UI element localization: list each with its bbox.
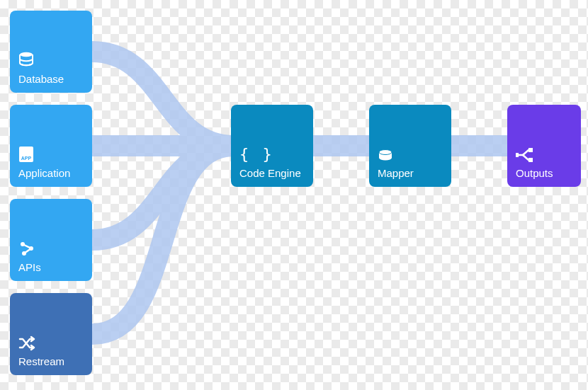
node-mapper-label: Mapper xyxy=(378,167,443,180)
node-code-engine-label: Code Engine xyxy=(239,167,305,180)
branch-icon xyxy=(516,147,534,163)
braces-icon: { } xyxy=(239,145,274,163)
node-restream-label: Restream xyxy=(18,355,84,368)
node-database-label: Database xyxy=(18,73,84,86)
shuffle-icon xyxy=(18,335,37,351)
svg-point-0 xyxy=(20,52,33,57)
node-application[interactable]: APP Application xyxy=(10,105,92,187)
svg-rect-9 xyxy=(528,158,533,162)
svg-rect-10 xyxy=(516,153,519,157)
node-apis[interactable]: APIs xyxy=(10,199,92,281)
node-outputs-label: Outputs xyxy=(516,167,572,180)
node-mapper[interactable]: Mapper xyxy=(369,105,451,187)
node-restream[interactable]: Restream xyxy=(10,293,92,375)
node-code-engine[interactable]: { } Code Engine xyxy=(231,105,313,187)
flow-database-codeengine xyxy=(92,52,234,146)
node-application-label: Application xyxy=(18,167,84,180)
svg-rect-8 xyxy=(528,148,533,152)
node-apis-label: APIs xyxy=(18,261,84,274)
node-outputs[interactable]: Outputs xyxy=(507,105,581,187)
flow-restream-codeengine xyxy=(92,146,234,334)
svg-text:APP: APP xyxy=(21,156,32,161)
app-icon: APP xyxy=(18,146,34,163)
disk-icon xyxy=(378,149,393,163)
api-icon xyxy=(18,240,35,257)
flow-apis-codeengine xyxy=(92,146,234,240)
node-database[interactable]: Database xyxy=(10,11,92,93)
diagram-canvas: Database APP Application APIs xyxy=(0,0,588,390)
database-icon xyxy=(18,52,34,69)
